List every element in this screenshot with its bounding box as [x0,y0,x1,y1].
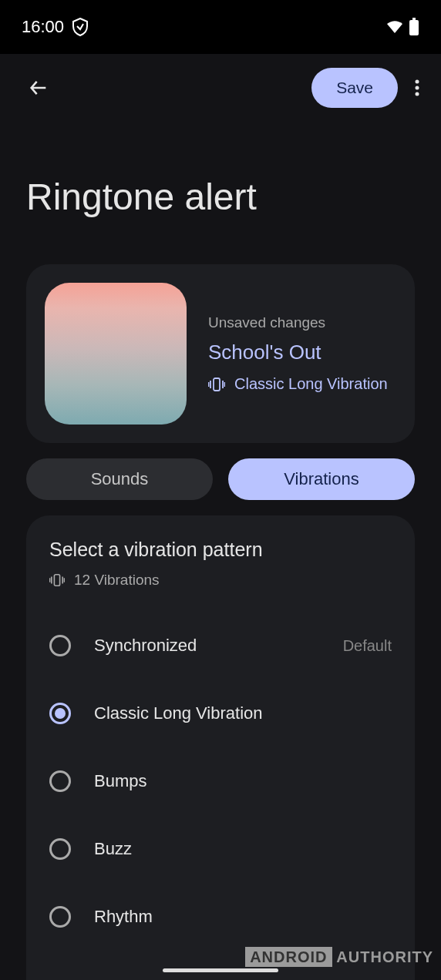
page-title: Ringtone alert [0,122,441,264]
shield-icon [72,18,89,36]
radio-checked-icon [49,703,71,724]
topbar: Save [0,54,441,122]
patterns-count: 12 Vibrations [74,572,160,589]
radio-unchecked-icon [49,838,71,860]
svg-point-6 [416,92,419,96]
pattern-label: Buzz [94,839,392,859]
home-indicator[interactable] [163,968,278,972]
patterns-panel: Select a vibration pattern 12 Vibrations… [26,515,415,980]
pattern-item-bumps[interactable]: Bumps [49,747,392,815]
wifi-icon [385,18,404,35]
pattern-label: Synchronized [94,636,320,656]
status-time: 16:00 [22,17,64,37]
pattern-label: Rhythm [94,907,392,927]
back-button[interactable] [22,71,56,105]
battery-icon [409,18,419,36]
tab-vibrations[interactable]: Vibrations [228,458,415,500]
radio-unchecked-icon [49,635,71,656]
status-bar: 16:00 [0,0,441,54]
save-button[interactable]: Save [311,68,398,108]
more-button[interactable] [409,71,426,105]
arrow-left-icon [28,77,49,99]
vibration-icon [49,573,65,587]
tabs: Sounds Vibrations [26,458,415,500]
ringtone-thumbnail[interactable] [45,283,187,425]
svg-rect-7 [214,378,220,391]
svg-point-4 [416,80,419,84]
pattern-label: Bumps [94,771,392,791]
svg-rect-3 [412,18,416,20]
vibration-icon [208,377,225,392]
svg-rect-2 [409,20,419,35]
tab-sounds[interactable]: Sounds [26,458,213,500]
pattern-item-rhythm[interactable]: Rhythm [49,883,392,951]
pattern-item-buzz[interactable]: Buzz [49,815,392,883]
patterns-header: Select a vibration pattern [49,539,392,561]
vibration-name: Classic Long Vibration [234,375,388,393]
svg-rect-0 [400,28,402,33]
radio-unchecked-icon [49,770,71,792]
svg-point-1 [400,34,402,35]
song-title: School's Out [208,341,388,364]
pattern-label: Classic Long Vibration [94,703,392,723]
preview-card: Unsaved changes School's Out Classic Lon… [26,264,415,443]
svg-rect-12 [54,575,59,586]
svg-point-5 [416,86,419,90]
unsaved-label: Unsaved changes [208,314,388,331]
more-vert-icon [415,79,419,97]
default-tag: Default [343,637,392,655]
pattern-item-classic-long-vibration[interactable]: Classic Long Vibration [49,680,392,747]
watermark: ANDROID AUTHORITY [245,948,433,966]
radio-unchecked-icon [49,906,71,928]
pattern-item-synchronized[interactable]: Synchronized Default [49,612,392,680]
